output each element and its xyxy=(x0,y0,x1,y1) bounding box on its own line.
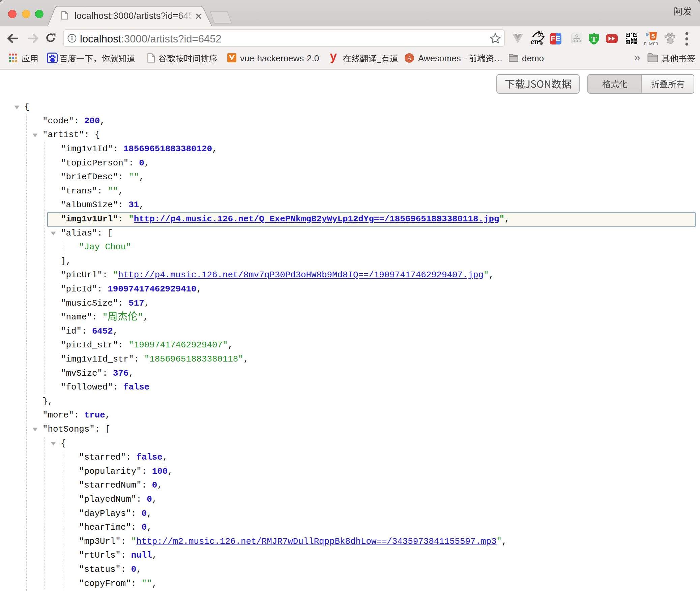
svg-text:5: 5 xyxy=(651,33,655,40)
svg-text:T: T xyxy=(591,35,596,43)
svg-text:A: A xyxy=(407,55,411,61)
